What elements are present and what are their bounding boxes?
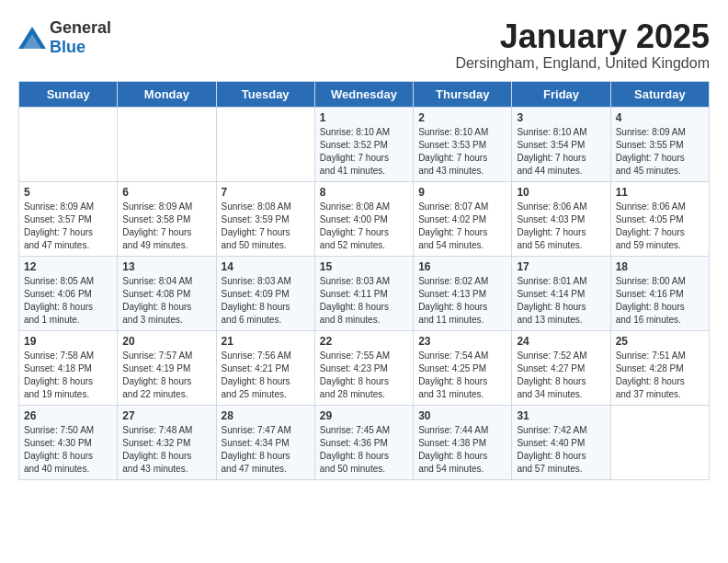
day-number: 23 (418, 335, 506, 348)
calendar-cell: 11Sunrise: 8:06 AMSunset: 4:05 PMDayligh… (610, 181, 709, 256)
cell-content: Sunrise: 8:03 AMSunset: 4:11 PMDaylight:… (320, 275, 408, 327)
day-number: 11 (616, 186, 704, 199)
logo: General Blue (18, 18, 111, 57)
title-area: January 2025 Dersingham, England, United… (455, 18, 710, 72)
cell-content: Sunrise: 7:55 AMSunset: 4:23 PMDaylight:… (320, 350, 408, 401)
cell-content: Sunrise: 8:10 AMSunset: 3:54 PMDaylight:… (517, 126, 605, 178)
cell-content: Sunrise: 7:51 AMSunset: 4:28 PMDaylight:… (616, 350, 704, 401)
cell-content: Sunrise: 8:03 AMSunset: 4:09 PMDaylight:… (222, 275, 310, 327)
header-thursday: Thursday (414, 81, 512, 107)
cell-content: Sunrise: 8:07 AMSunset: 4:02 PMDaylight:… (418, 201, 506, 252)
day-number: 1 (320, 111, 408, 124)
logo-blue: Blue (50, 38, 85, 56)
calendar-cell: 7Sunrise: 8:08 AMSunset: 3:59 PMDaylight… (216, 181, 314, 256)
cell-content: Sunrise: 7:44 AMSunset: 4:38 PMDaylight:… (418, 424, 506, 476)
cell-content: Sunrise: 7:50 AMSunset: 4:30 PMDaylight:… (24, 424, 112, 476)
cell-content: Sunrise: 7:45 AMSunset: 4:36 PMDaylight:… (320, 424, 408, 476)
calendar-week-5: 26Sunrise: 7:50 AMSunset: 4:30 PMDayligh… (19, 405, 710, 479)
day-number: 4 (616, 111, 704, 124)
day-number: 25 (616, 335, 704, 348)
calendar-cell (216, 107, 314, 181)
cell-content: Sunrise: 8:10 AMSunset: 3:53 PMDaylight:… (418, 126, 506, 178)
calendar-cell: 8Sunrise: 8:08 AMSunset: 4:00 PMDaylight… (314, 181, 413, 256)
day-number: 15 (320, 260, 408, 273)
calendar-cell (19, 107, 118, 181)
cell-content: Sunrise: 8:04 AMSunset: 4:08 PMDaylight:… (122, 275, 210, 327)
cell-content: Sunrise: 7:54 AMSunset: 4:25 PMDaylight:… (418, 350, 506, 401)
logo-icon (18, 27, 46, 49)
day-number: 7 (222, 186, 310, 199)
header: General Blue January 2025 Dersingham, En… (18, 18, 710, 72)
calendar-cell: 31Sunrise: 7:42 AMSunset: 4:40 PMDayligh… (512, 405, 610, 479)
calendar-cell: 23Sunrise: 7:54 AMSunset: 4:25 PMDayligh… (414, 330, 512, 405)
calendar-cell: 1Sunrise: 8:10 AMSunset: 3:52 PMDaylight… (314, 107, 413, 181)
day-number: 29 (320, 409, 408, 422)
calendar-week-1: 1Sunrise: 8:10 AMSunset: 3:52 PMDaylight… (19, 107, 710, 181)
header-sunday: Sunday (19, 81, 118, 107)
day-number: 27 (122, 409, 210, 422)
header-saturday: Saturday (610, 81, 709, 107)
cell-content: Sunrise: 7:47 AMSunset: 4:34 PMDaylight:… (222, 424, 310, 476)
day-number: 22 (320, 335, 408, 348)
day-number: 13 (122, 260, 210, 273)
calendar-cell (610, 405, 709, 479)
day-number: 14 (222, 260, 310, 273)
calendar-week-2: 5Sunrise: 8:09 AMSunset: 3:57 PMDaylight… (19, 181, 710, 256)
cell-content: Sunrise: 8:06 AMSunset: 4:05 PMDaylight:… (616, 201, 704, 252)
calendar-header: Sunday Monday Tuesday Wednesday Thursday… (19, 81, 710, 107)
calendar-cell: 4Sunrise: 8:09 AMSunset: 3:55 PMDaylight… (610, 107, 709, 181)
day-number: 8 (320, 186, 408, 199)
cell-content: Sunrise: 8:06 AMSunset: 4:03 PMDaylight:… (517, 201, 605, 252)
month-title: January 2025 (455, 18, 710, 55)
cell-content: Sunrise: 8:01 AMSunset: 4:14 PMDaylight:… (517, 275, 605, 327)
cell-content: Sunrise: 8:09 AMSunset: 3:57 PMDaylight:… (24, 201, 112, 252)
cell-content: Sunrise: 7:56 AMSunset: 4:21 PMDaylight:… (222, 350, 310, 401)
day-number: 26 (24, 409, 112, 422)
header-wednesday: Wednesday (314, 81, 413, 107)
cell-content: Sunrise: 8:02 AMSunset: 4:13 PMDaylight:… (418, 275, 506, 327)
logo-general: General (50, 18, 111, 37)
cell-content: Sunrise: 8:09 AMSunset: 3:55 PMDaylight:… (616, 126, 704, 178)
calendar-body: 1Sunrise: 8:10 AMSunset: 3:52 PMDaylight… (19, 107, 710, 479)
day-number: 31 (517, 409, 605, 422)
cell-content: Sunrise: 7:57 AMSunset: 4:19 PMDaylight:… (122, 350, 210, 401)
calendar-cell: 2Sunrise: 8:10 AMSunset: 3:53 PMDaylight… (414, 107, 512, 181)
cell-content: Sunrise: 7:48 AMSunset: 4:32 PMDaylight:… (122, 424, 210, 476)
calendar-cell: 12Sunrise: 8:05 AMSunset: 4:06 PMDayligh… (19, 256, 118, 330)
calendar-cell: 27Sunrise: 7:48 AMSunset: 4:32 PMDayligh… (118, 405, 216, 479)
cell-content: Sunrise: 8:05 AMSunset: 4:06 PMDaylight:… (24, 275, 112, 327)
day-number: 3 (517, 111, 605, 124)
calendar-cell: 9Sunrise: 8:07 AMSunset: 4:02 PMDaylight… (414, 181, 512, 256)
day-number: 5 (24, 186, 112, 199)
calendar-cell: 14Sunrise: 8:03 AMSunset: 4:09 PMDayligh… (216, 256, 314, 330)
cell-content: Sunrise: 8:08 AMSunset: 4:00 PMDaylight:… (320, 201, 408, 252)
location-title: Dersingham, England, United Kingdom (455, 55, 710, 72)
calendar-cell: 24Sunrise: 7:52 AMSunset: 4:27 PMDayligh… (512, 330, 610, 405)
header-monday: Monday (118, 81, 216, 107)
header-row: Sunday Monday Tuesday Wednesday Thursday… (19, 81, 710, 107)
calendar-cell: 20Sunrise: 7:57 AMSunset: 4:19 PMDayligh… (118, 330, 216, 405)
day-number: 19 (24, 335, 112, 348)
calendar-cell: 13Sunrise: 8:04 AMSunset: 4:08 PMDayligh… (118, 256, 216, 330)
header-tuesday: Tuesday (216, 81, 314, 107)
calendar-cell: 17Sunrise: 8:01 AMSunset: 4:14 PMDayligh… (512, 256, 610, 330)
day-number: 16 (418, 260, 506, 273)
cell-content: Sunrise: 8:08 AMSunset: 3:59 PMDaylight:… (222, 201, 310, 252)
day-number: 20 (122, 335, 210, 348)
calendar-week-3: 12Sunrise: 8:05 AMSunset: 4:06 PMDayligh… (19, 256, 710, 330)
calendar-cell: 6Sunrise: 8:09 AMSunset: 3:58 PMDaylight… (118, 181, 216, 256)
calendar-cell: 5Sunrise: 8:09 AMSunset: 3:57 PMDaylight… (19, 181, 118, 256)
calendar-cell: 26Sunrise: 7:50 AMSunset: 4:30 PMDayligh… (19, 405, 118, 479)
day-number: 17 (517, 260, 605, 273)
header-friday: Friday (512, 81, 610, 107)
calendar-cell: 22Sunrise: 7:55 AMSunset: 4:23 PMDayligh… (314, 330, 413, 405)
cell-content: Sunrise: 7:52 AMSunset: 4:27 PMDaylight:… (517, 350, 605, 401)
calendar-cell: 29Sunrise: 7:45 AMSunset: 4:36 PMDayligh… (314, 405, 413, 479)
calendar-cell: 16Sunrise: 8:02 AMSunset: 4:13 PMDayligh… (414, 256, 512, 330)
calendar-table: Sunday Monday Tuesday Wednesday Thursday… (18, 81, 710, 480)
cell-content: Sunrise: 7:42 AMSunset: 4:40 PMDaylight:… (517, 424, 605, 476)
cell-content: Sunrise: 8:09 AMSunset: 3:58 PMDaylight:… (122, 201, 210, 252)
day-number: 21 (222, 335, 310, 348)
cell-content: Sunrise: 8:00 AMSunset: 4:16 PMDaylight:… (616, 275, 704, 327)
calendar-cell: 28Sunrise: 7:47 AMSunset: 4:34 PMDayligh… (216, 405, 314, 479)
